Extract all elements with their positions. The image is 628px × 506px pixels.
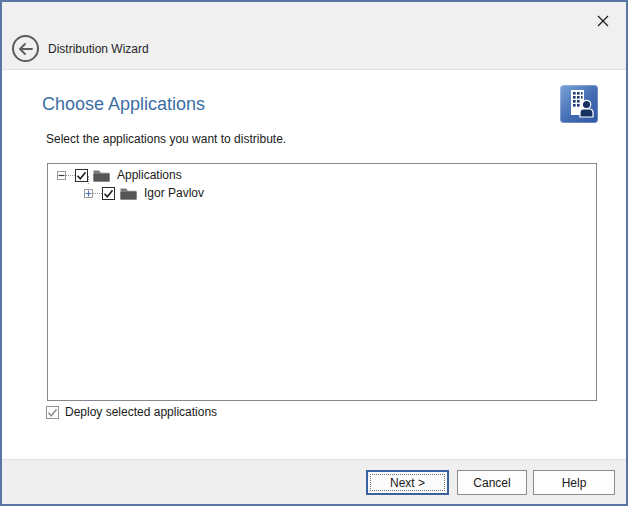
page-title: Choose Applications — [42, 94, 205, 115]
wizard-window: Distribution Wizard Choose Applications … — [0, 0, 628, 506]
next-button[interactable]: Next > — [366, 470, 449, 495]
tree-item-applications: Applications — [57, 166, 182, 184]
deploy-checkbox[interactable] — [46, 406, 59, 419]
wizard-header: Distribution Wizard — [2, 2, 626, 70]
tree-connector — [93, 193, 102, 194]
folder-icon — [120, 187, 137, 200]
cancel-button[interactable]: Cancel — [457, 470, 527, 495]
folder-icon — [93, 169, 110, 182]
wizard-title: Distribution Wizard — [48, 42, 149, 56]
applications-checkbox[interactable] — [75, 169, 88, 182]
collapse-toggle-icon[interactable] — [57, 171, 66, 180]
checkmark-icon — [103, 188, 114, 199]
checkmark-icon — [76, 170, 87, 181]
igor-pavlov-checkbox[interactable] — [102, 187, 115, 200]
building-person-icon — [560, 85, 598, 123]
tree-connector — [66, 175, 75, 176]
back-button[interactable] — [12, 35, 39, 62]
deploy-checkbox-row: Deploy selected applications — [46, 405, 217, 419]
instruction-text: Select the applications you want to dist… — [46, 132, 286, 146]
tree-item-igor-pavlov: Igor Pavlov — [84, 184, 204, 202]
tree-connector — [88, 176, 89, 184]
tree-item-label[interactable]: Igor Pavlov — [144, 186, 204, 200]
expand-toggle-icon[interactable] — [84, 189, 93, 198]
close-button[interactable] — [590, 9, 616, 33]
checkmark-icon — [47, 407, 58, 418]
tree-item-label[interactable]: Applications — [117, 168, 182, 182]
back-arrow-icon — [18, 43, 33, 55]
applications-tree[interactable]: Applications Igor Pavlov — [47, 163, 597, 401]
help-button[interactable]: Help — [533, 470, 615, 495]
deploy-checkbox-label: Deploy selected applications — [65, 405, 217, 419]
close-icon — [597, 15, 609, 27]
